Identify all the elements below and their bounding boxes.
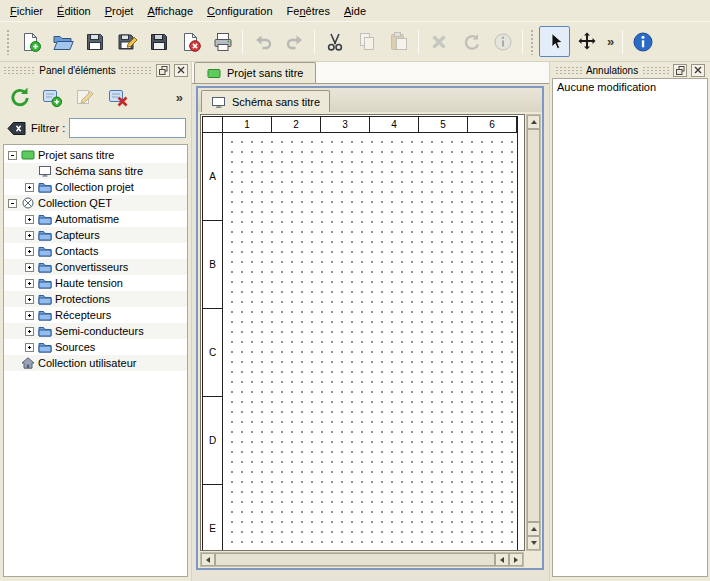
new-element-button[interactable]: [37, 82, 67, 112]
toolbar-drag-handle[interactable]: [530, 29, 535, 55]
column-header: 5: [419, 117, 468, 133]
tree-item-automatisme[interactable]: Automatisme: [4, 211, 187, 227]
expand-expander-icon[interactable]: [25, 327, 34, 336]
toolbar-separator: [418, 30, 419, 54]
filter-label: Filtrer :: [31, 122, 65, 134]
horizontal-scrollbar[interactable]: [200, 552, 524, 567]
close-panel-button[interactable]: [174, 64, 188, 77]
menu-configuration[interactable]: Configuration: [200, 2, 279, 20]
close-file-button[interactable]: [175, 26, 206, 57]
save-all-button[interactable]: [143, 26, 174, 57]
tree-item-collection-utilisateur[interactable]: Collection utilisateur: [4, 355, 187, 371]
copy-button[interactable]: [351, 26, 382, 57]
rotate-selection-button[interactable]: [455, 26, 486, 57]
cursor-arrow-icon: [544, 31, 566, 53]
select-mode-button[interactable]: [539, 26, 570, 57]
folder-icon: [37, 277, 52, 290]
tree-item-project[interactable]: Projet sans titre: [4, 147, 187, 163]
column-header: 2: [272, 117, 321, 133]
vertical-scrollbar[interactable]: [526, 114, 541, 551]
tree-item-capteurs[interactable]: Capteurs: [4, 227, 187, 243]
clear-filter-button[interactable]: [5, 119, 27, 137]
expand-expander-icon[interactable]: [25, 231, 34, 240]
pan-mode-button[interactable]: [571, 26, 602, 57]
toolbar-overflow-chevron[interactable]: »: [603, 34, 618, 49]
menu-projet[interactable]: Projet: [98, 2, 141, 20]
cut-button[interactable]: [319, 26, 350, 57]
panel-overflow-chevron[interactable]: »: [172, 90, 187, 105]
scroll-down-button[interactable]: [527, 536, 540, 550]
expand-expander-icon[interactable]: [25, 183, 34, 192]
collapse-expander-icon[interactable]: [8, 199, 17, 208]
expand-expander-icon[interactable]: [25, 295, 34, 304]
edit-element-button[interactable]: [70, 82, 100, 112]
dock-drag-handle[interactable]: [642, 66, 669, 75]
selection-properties-button[interactable]: [487, 26, 518, 57]
menu-fichier[interactable]: Fichier: [3, 2, 50, 20]
up-arrow-icon: [531, 120, 537, 124]
scroll-up-button[interactable]: [527, 522, 540, 536]
project-icon: [20, 149, 35, 162]
dock-drag-handle[interactable]: [120, 66, 152, 75]
left-arrow-icon: [500, 557, 504, 563]
menu-edition[interactable]: Édition: [50, 2, 98, 20]
copy-icon: [356, 31, 378, 53]
qelectrotech-window: Fichier Édition Projet Affichage Configu…: [0, 0, 710, 581]
undo-button[interactable]: [247, 26, 278, 57]
delete-element-button[interactable]: [103, 82, 133, 112]
expand-expander-icon[interactable]: [25, 247, 34, 256]
reload-collections-button[interactable]: [4, 82, 34, 112]
tab-schema-sans-titre[interactable]: Schéma sans titre: [201, 90, 330, 112]
menu-affichage[interactable]: Affichage: [140, 2, 200, 20]
about-qet-button[interactable]: [627, 26, 658, 57]
home-icon: [20, 357, 35, 370]
save-as-icon: [116, 31, 138, 53]
new-document-button[interactable]: [15, 26, 46, 57]
undo-history-list[interactable]: Aucune modification: [552, 78, 708, 577]
menu-fenetres[interactable]: Fenêtres: [280, 2, 337, 20]
tree-item-contacts[interactable]: Contacts: [4, 243, 187, 259]
tree-item-collection-qet[interactable]: Collection QET: [4, 195, 187, 211]
print-button[interactable]: [207, 26, 238, 57]
schema-grid-canvas[interactable]: [223, 133, 517, 551]
elements-panel-titlebar[interactable]: Panel d'éléments: [0, 62, 191, 78]
expand-expander-icon[interactable]: [25, 263, 34, 272]
scroll-left-button[interactable]: [495, 553, 509, 566]
float-panel-button[interactable]: [156, 64, 170, 77]
paste-button[interactable]: [383, 26, 414, 57]
filter-input[interactable]: [69, 118, 186, 138]
float-panel-button[interactable]: [673, 64, 687, 77]
expand-expander-icon[interactable]: [25, 343, 34, 352]
save-icon: [84, 31, 106, 53]
save-button[interactable]: [79, 26, 110, 57]
tree-item-haute-tension[interactable]: Haute tension: [4, 275, 187, 291]
delete-selection-button[interactable]: [423, 26, 454, 57]
tab-projet-sans-titre[interactable]: Projet sans titre: [194, 62, 316, 83]
redo-button[interactable]: [279, 26, 310, 57]
expand-expander-icon[interactable]: [25, 215, 34, 224]
close-panel-button[interactable]: [691, 64, 705, 77]
toolbar-drag-handle[interactable]: [6, 29, 11, 55]
vertical-scroll-thumb[interactable]: [527, 129, 540, 522]
scroll-left-button[interactable]: [201, 553, 215, 566]
collapse-expander-icon[interactable]: [8, 151, 17, 160]
tree-item-convertisseurs[interactable]: Convertisseurs: [4, 259, 187, 275]
scroll-right-button[interactable]: [509, 553, 523, 566]
mdi-area: Projet sans titre Schéma sans titre: [192, 62, 549, 581]
dock-drag-handle[interactable]: [555, 66, 582, 75]
scroll-up-button[interactable]: [527, 115, 540, 129]
horizontal-scroll-thumb[interactable]: [215, 553, 495, 566]
tree-item-collection-projet[interactable]: Collection projet: [4, 179, 187, 195]
expand-expander-icon[interactable]: [25, 279, 34, 288]
dock-drag-handle[interactable]: [3, 66, 35, 75]
tree-item-semi-conducteurs[interactable]: Semi-conducteurs: [4, 323, 187, 339]
undo-panel-titlebar[interactable]: Annulations: [552, 62, 708, 78]
open-project-button[interactable]: [47, 26, 78, 57]
tree-item-sources[interactable]: Sources: [4, 339, 187, 355]
expand-expander-icon[interactable]: [25, 311, 34, 320]
tree-item-recepteurs[interactable]: Récepteurs: [4, 307, 187, 323]
save-as-button[interactable]: [111, 26, 142, 57]
tree-item-schema[interactable]: Schéma sans titre: [4, 163, 187, 179]
menu-aide[interactable]: Aide: [337, 2, 373, 20]
tree-item-protections[interactable]: Protections: [4, 291, 187, 307]
